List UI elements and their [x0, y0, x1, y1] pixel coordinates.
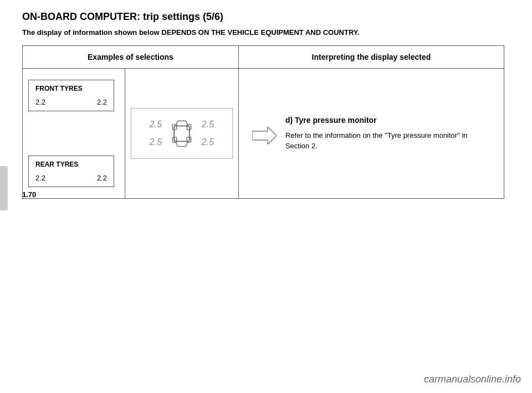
car-pressure-grid: 2.5	[145, 116, 219, 151]
interpreting-body: Refer to the information on the "Tyre pr…	[285, 130, 490, 152]
front-tyre-box: FRONT TYRES 2.2 2.2	[28, 80, 114, 111]
header-interpreting: Interpreting the display selected	[238, 46, 504, 69]
page-subtitle: The display of information shown below D…	[22, 28, 510, 37]
interpreting-text-area: d) Tyre pressure monitor Refer to the in…	[285, 116, 490, 152]
pressure-bot-right: 2.5	[202, 137, 214, 147]
main-table: Examples of selections Interpreting the …	[22, 45, 504, 199]
watermark: carmanualsonline.info	[424, 374, 521, 385]
front-tyre-left: 2.2	[35, 98, 45, 106]
front-tyre-values: 2.2 2.2	[35, 98, 107, 106]
page-number: 1.70	[22, 190, 36, 199]
rear-tyre-right: 2.2	[97, 174, 107, 182]
rear-tyre-left: 2.2	[35, 174, 45, 182]
header-examples: Examples of selections	[23, 46, 239, 69]
interpreting-content: d) Tyre pressure monitor Refer to the in…	[252, 116, 490, 152]
front-tyre-title: FRONT TYRES	[35, 85, 107, 92]
rear-tyre-values: 2.2 2.2	[35, 174, 107, 182]
rear-tyre-title: REAR TYRES	[35, 161, 107, 168]
arrow-container	[252, 127, 277, 147]
car-display-box: 2.5	[131, 108, 233, 159]
svg-marker-11	[252, 127, 277, 144]
interpreting-title: d) Tyre pressure monitor	[285, 116, 490, 125]
page-title: ON-BOARD COMPUTER: trip settings (5/6)	[22, 11, 510, 23]
front-tyre-right: 2.2	[97, 98, 107, 106]
arrow-icon	[252, 127, 277, 144]
car-icon	[171, 117, 193, 150]
pressure-top-right: 2.5	[202, 120, 214, 130]
page-container: ON-BOARD COMPUTER: trip settings (5/6) T…	[0, 0, 532, 210]
pressure-bot-left: 2.5	[150, 137, 162, 147]
pressure-top-left: 2.5	[150, 120, 162, 130]
rear-tyre-box: REAR TYRES 2.2 2.2	[28, 156, 114, 187]
